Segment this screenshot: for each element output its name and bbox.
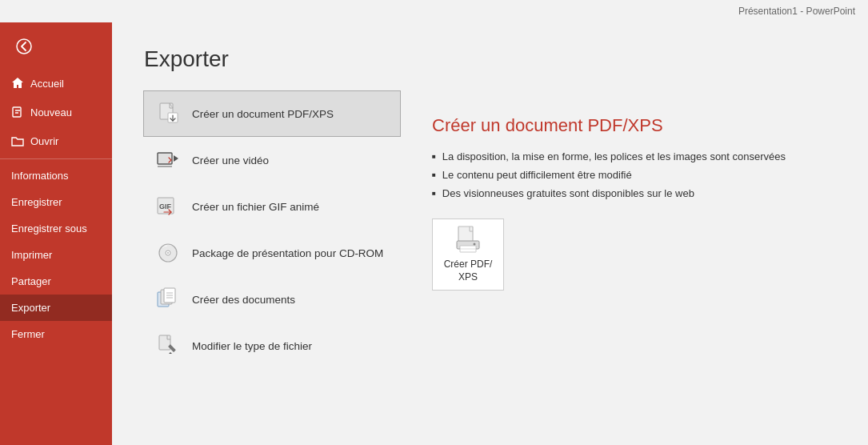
sidebar-label-accueil: Accueil xyxy=(30,78,64,90)
export-option-gif[interactable]: GIF Créer un fichier GIF animé xyxy=(144,184,400,229)
detail-title: Créer un document PDF/XPS xyxy=(432,115,804,136)
documents-icon xyxy=(155,287,181,312)
back-button[interactable] xyxy=(5,27,43,66)
content-area: Exporter xyxy=(112,22,868,445)
pdf-button-icon xyxy=(454,225,482,254)
cdrom-icon xyxy=(155,240,181,266)
sidebar-item-accueil[interactable]: Accueil xyxy=(0,69,112,98)
export-option-pdf-xps[interactable]: Créer un document PDF/XPS xyxy=(144,91,400,136)
sidebar-divider xyxy=(0,158,112,159)
export-label-gif: Créer un fichier GIF animé xyxy=(192,201,319,213)
filetype-icon xyxy=(155,333,181,359)
export-label-documents: Créer des documents xyxy=(192,294,295,306)
sidebar-item-informations[interactable]: Informations xyxy=(0,162,112,189)
svg-text:GIF: GIF xyxy=(159,202,172,210)
export-label-filetype: Modifier le type de fichier xyxy=(192,340,312,352)
sidebar-item-imprimer[interactable]: Imprimer xyxy=(0,242,112,268)
svg-point-26 xyxy=(474,243,476,246)
detail-bullet-2: Le contenu peut difficilement être modif… xyxy=(432,169,804,181)
pdf-button-label: Créer PDF/XPS xyxy=(444,259,493,283)
export-layout: Créer un document PDF/XPS Créer une vid xyxy=(144,91,836,368)
sidebar-item-nouveau[interactable]: Nouveau xyxy=(0,98,112,126)
main-layout: Accueil Nouveau Ouvrir Informations xyxy=(0,22,868,445)
svg-marker-6 xyxy=(174,155,178,162)
detail-bullet-3: Des visionneuses gratuites sont disponib… xyxy=(432,187,804,199)
create-pdf-button[interactable]: Créer PDF/XPS xyxy=(432,218,504,291)
svg-rect-1 xyxy=(13,107,21,117)
sidebar-item-partager[interactable]: Partager xyxy=(0,268,112,295)
sidebar-item-exporter[interactable]: Exporter xyxy=(0,295,112,321)
detail-panel: Créer un document PDF/XPS La disposition… xyxy=(400,91,836,368)
gif-icon: GIF xyxy=(155,194,181,219)
svg-marker-22 xyxy=(169,352,172,354)
home-icon xyxy=(11,77,24,90)
export-option-documents[interactable]: Créer des documents xyxy=(144,277,400,322)
export-label-video: Créer une vidéo xyxy=(192,154,269,166)
detail-bullets-list: La disposition, la mise en forme, les po… xyxy=(432,150,804,199)
sidebar-item-enregistrer[interactable]: Enregistrer xyxy=(0,189,112,215)
sidebar-label-nouveau: Nouveau xyxy=(30,106,72,118)
sidebar-item-fermer[interactable]: Fermer xyxy=(0,321,112,347)
sidebar-item-ouvrir[interactable]: Ouvrir xyxy=(0,126,112,155)
export-options-list: Créer un document PDF/XPS Créer une vid xyxy=(144,91,400,368)
window-title: Présentation1 - PowerPoint xyxy=(738,6,855,17)
open-icon xyxy=(11,134,24,147)
video-icon xyxy=(155,147,181,173)
svg-point-0 xyxy=(17,39,31,54)
export-option-filetype[interactable]: Modifier le type de fichier xyxy=(144,323,400,368)
page-title: Exporter xyxy=(144,46,836,72)
new-icon xyxy=(11,106,24,118)
export-option-video[interactable]: Créer une vidéo xyxy=(144,138,400,182)
sidebar-item-enregistrer-sous[interactable]: Enregistrer sous xyxy=(0,215,112,242)
pdf-xps-icon xyxy=(155,101,181,126)
export-option-cdrom[interactable]: Package de présentation pour CD-ROM xyxy=(144,231,400,275)
svg-rect-20 xyxy=(159,335,170,350)
export-label-pdf-xps: Créer un document PDF/XPS xyxy=(192,108,334,120)
export-label-cdrom: Package de présentation pour CD-ROM xyxy=(192,247,383,259)
sidebar: Accueil Nouveau Ouvrir Informations xyxy=(0,22,112,445)
detail-bullet-1: La disposition, la mise en forme, les po… xyxy=(432,150,804,162)
title-bar: Présentation1 - PowerPoint xyxy=(0,0,868,22)
sidebar-label-ouvrir: Ouvrir xyxy=(30,135,58,147)
svg-point-13 xyxy=(167,252,169,254)
